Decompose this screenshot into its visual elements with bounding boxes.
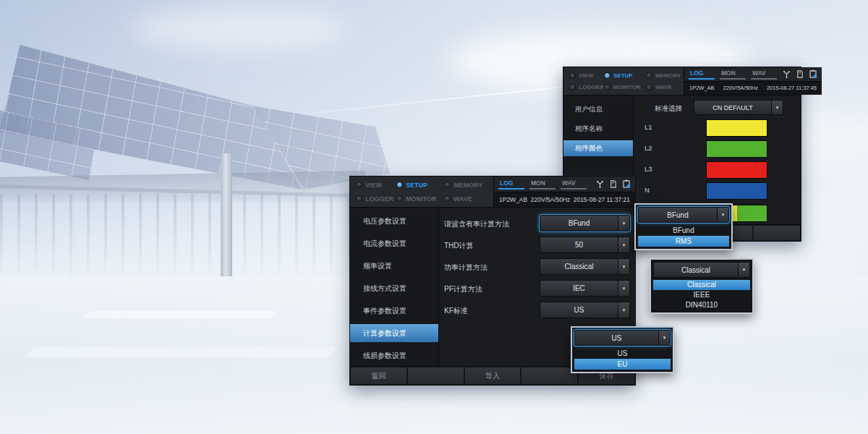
sidebar-item-line-loss-params[interactable]: 线损参数设置 <box>350 346 438 365</box>
option-bfund[interactable]: BFund <box>638 225 729 236</box>
nav-view[interactable]: VIEW <box>356 178 396 192</box>
pf-method-dropdown[interactable]: IEC ▾ <box>540 280 630 297</box>
memory-card-icon[interactable] <box>608 179 618 189</box>
memory-card-icon[interactable] <box>795 69 804 79</box>
nav-label: LOGGER <box>579 84 604 90</box>
probe-icon[interactable] <box>595 179 605 189</box>
phase-color-swatch[interactable] <box>706 119 767 137</box>
nav-label: MEMORY <box>655 72 681 79</box>
nav-memory[interactable]: MEMORY <box>646 69 684 81</box>
nav-wave[interactable]: WAVE <box>646 81 684 93</box>
footer-segment <box>522 367 577 384</box>
sidebar-item-wiring-mode[interactable]: 接线方式设置 <box>350 279 438 297</box>
nav-memory[interactable]: MEMORY <box>444 178 489 192</box>
phase-row-l3: L3 <box>633 161 801 177</box>
radio-icon <box>444 195 451 202</box>
thd-calc-dropdown[interactable]: 50 ▾ <box>540 237 630 253</box>
back-button[interactable]: 返回 <box>351 367 407 384</box>
nav-monitor[interactable]: MONITOR <box>604 81 646 93</box>
header: VIEW SETUP MEMORY LOGGER MONITOR WAVE LO… <box>563 67 801 95</box>
radio-icon <box>569 84 576 90</box>
save-clipboard-icon[interactable] <box>621 179 631 189</box>
phase-color-swatch[interactable] <box>706 182 767 200</box>
footer-segment[interactable] <box>754 226 800 240</box>
sidebar-item-event-params[interactable]: 事件参数设置 <box>350 302 438 320</box>
swatch-right-half <box>737 205 767 221</box>
nav-logger[interactable]: LOGGER <box>356 192 396 205</box>
sidebar-item-frequency[interactable]: 频率设置 <box>350 257 438 275</box>
phase-color-swatch[interactable] <box>706 161 767 179</box>
nav-label: WAVE <box>655 84 672 90</box>
harmonic-method-dropdown[interactable]: BFund ▾ <box>540 215 630 231</box>
sidebar-item-phase-color[interactable]: 相序颜色 <box>563 140 633 156</box>
radio-icon <box>646 84 652 90</box>
tab-log[interactable]: LOG <box>689 69 715 80</box>
radio-icon <box>569 72 576 79</box>
popup-dropdown-button[interactable]: Classical ▾ <box>653 262 750 278</box>
option-classical[interactable]: Classical <box>653 280 750 290</box>
probe-icon[interactable] <box>782 69 791 79</box>
nav-wave[interactable]: WAVE <box>444 192 489 205</box>
dropdown-value: US <box>540 302 618 318</box>
tab-mon[interactable]: MON <box>529 179 556 190</box>
phase-row-l1: L1 <box>633 119 801 135</box>
header-icons <box>595 179 631 189</box>
popup-dropdown-button[interactable]: US ▾ <box>574 330 671 346</box>
save-clipboard-icon[interactable] <box>808 69 817 79</box>
option-rms[interactable]: RMS <box>638 236 729 247</box>
chevron-down-icon: ▾ <box>771 101 783 114</box>
header: VIEW SETUP MEMORY LOGGER MONITOR WAVE LO… <box>350 176 635 208</box>
nav-view[interactable]: VIEW <box>569 69 604 81</box>
sidebar-item-phase-name[interactable]: 相序名称 <box>563 121 633 137</box>
radio-icon <box>604 84 610 90</box>
option-ieee[interactable]: IEEE <box>653 290 750 300</box>
sidebar-item-user-info[interactable]: 用户信息 <box>563 101 633 117</box>
mode-nav: VIEW SETUP MEMORY LOGGER MONITOR WAVE <box>350 176 493 207</box>
tab-wav[interactable]: WAV <box>751 69 777 80</box>
sidebar-item-voltage-params[interactable]: 电压参数设置 <box>350 212 438 230</box>
popup-dropdown-button[interactable]: BFund ▾ <box>638 207 729 223</box>
kf-standard-popup: US ▾ US EU <box>571 326 674 373</box>
footer-segment <box>408 367 464 384</box>
header-icons <box>782 69 817 79</box>
power-method-dropdown[interactable]: Classical ▾ <box>540 258 630 275</box>
nav-label: WAVE <box>454 195 472 203</box>
dropdown-value: IEC <box>540 281 618 296</box>
chevron-down-icon: ▾ <box>738 263 749 277</box>
dropdown-value: BFund <box>639 208 717 222</box>
nav-setup[interactable]: SETUP <box>396 178 444 192</box>
harmonic-method-popup: BFund ▾ BFund RMS <box>634 203 733 250</box>
mode-nav: VIEW SETUP MEMORY LOGGER MONITOR WAVE <box>563 67 684 95</box>
radio-icon <box>356 182 362 188</box>
radio-icon <box>444 182 451 188</box>
nav-logger[interactable]: LOGGER <box>569 81 604 93</box>
sidebar-item-current-params[interactable]: 电流参数设置 <box>350 234 438 252</box>
chevron-down-icon: ▾ <box>618 216 629 231</box>
kf-standard-dropdown[interactable]: US ▾ <box>540 302 630 318</box>
nav-monitor[interactable]: MONITOR <box>396 192 444 205</box>
chevron-down-icon: ▾ <box>618 259 629 274</box>
chevron-down-icon: ▾ <box>618 281 629 296</box>
option-din40110[interactable]: DIN40110 <box>653 300 750 310</box>
nav-setup[interactable]: SETUP <box>604 69 646 81</box>
nav-label: MEMORY <box>454 182 482 189</box>
option-eu[interactable]: EU <box>574 359 671 370</box>
param-label: THD计算 <box>444 241 474 251</box>
phase-row-n: N <box>633 182 801 198</box>
tab-wav[interactable]: WAV <box>561 179 587 190</box>
dropdown-value: BFund <box>540 216 618 231</box>
phase-color-swatch[interactable] <box>706 140 767 158</box>
option-us[interactable]: US <box>574 348 671 359</box>
sidebar-item-calc-params[interactable]: 计算参数设置 <box>350 324 438 342</box>
radio-icon <box>604 72 610 79</box>
param-label: KF标准 <box>444 306 468 316</box>
datetime: 2015-08-27 11:37:45 <box>767 85 817 91</box>
nav-label: SETUP <box>613 72 633 79</box>
tab-log[interactable]: LOG <box>498 179 524 190</box>
standard-select-dropdown[interactable]: CN DEFAULT ▾ <box>694 100 783 115</box>
nav-label: VIEW <box>365 182 382 189</box>
tab-mon[interactable]: MON <box>720 69 746 80</box>
standard-select-label: 标准选择 <box>655 104 682 114</box>
chevron-down-icon: ▾ <box>618 237 629 252</box>
import-button[interactable]: 导入 <box>465 367 521 384</box>
